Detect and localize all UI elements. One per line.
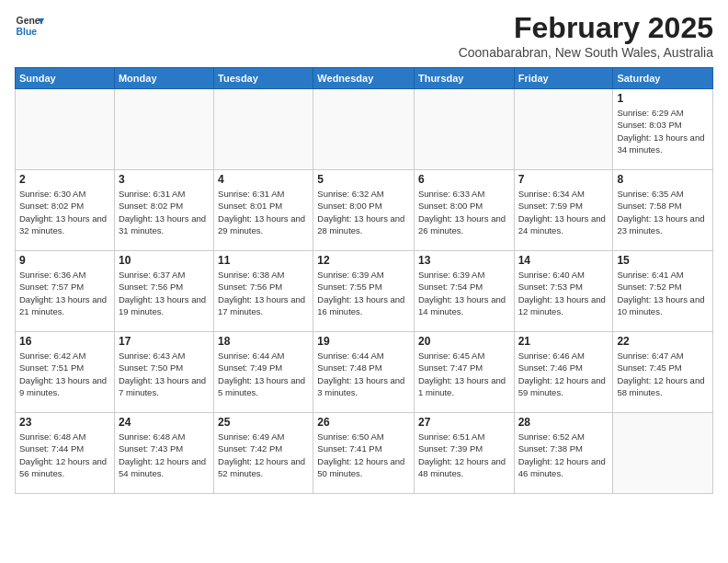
week-row-1: 1Sunrise: 6:29 AM Sunset: 8:03 PM Daylig… [16, 89, 713, 170]
day-number: 23 [19, 416, 110, 429]
calendar-cell: 4Sunrise: 6:31 AM Sunset: 8:01 PM Daylig… [214, 170, 313, 251]
header: General Blue February 2025 Coonabarabran… [15, 11, 713, 60]
calendar-cell: 16Sunrise: 6:42 AM Sunset: 7:51 PM Dayli… [16, 332, 115, 413]
calendar-cell [313, 89, 415, 170]
week-row-3: 9Sunrise: 6:36 AM Sunset: 7:57 PM Daylig… [16, 251, 713, 332]
day-number: 13 [418, 254, 510, 267]
calendar-cell: 12Sunrise: 6:39 AM Sunset: 7:55 PM Dayli… [313, 251, 415, 332]
day-info: Sunrise: 6:51 AM Sunset: 7:39 PM Dayligh… [418, 431, 510, 479]
week-row-4: 16Sunrise: 6:42 AM Sunset: 7:51 PM Dayli… [16, 332, 713, 413]
calendar-cell: 24Sunrise: 6:48 AM Sunset: 7:43 PM Dayli… [114, 413, 213, 494]
day-number: 6 [418, 173, 510, 186]
week-row-2: 2Sunrise: 6:30 AM Sunset: 8:02 PM Daylig… [16, 170, 713, 251]
calendar-cell: 1Sunrise: 6:29 AM Sunset: 8:03 PM Daylig… [613, 89, 713, 170]
day-info: Sunrise: 6:52 AM Sunset: 7:38 PM Dayligh… [518, 431, 609, 479]
day-number: 28 [518, 416, 609, 429]
col-tuesday: Tuesday [214, 68, 313, 89]
calendar-cell: 18Sunrise: 6:44 AM Sunset: 7:49 PM Dayli… [214, 332, 313, 413]
day-info: Sunrise: 6:30 AM Sunset: 8:02 PM Dayligh… [19, 188, 110, 236]
day-info: Sunrise: 6:44 AM Sunset: 7:48 PM Dayligh… [317, 350, 410, 398]
day-number: 22 [617, 335, 709, 348]
day-info: Sunrise: 6:31 AM Sunset: 8:02 PM Dayligh… [119, 188, 210, 236]
col-saturday: Saturday [613, 68, 713, 89]
day-info: Sunrise: 6:36 AM Sunset: 7:57 PM Dayligh… [19, 269, 110, 317]
col-wednesday: Wednesday [313, 68, 415, 89]
calendar-cell: 13Sunrise: 6:39 AM Sunset: 7:54 PM Dayli… [414, 251, 514, 332]
day-info: Sunrise: 6:46 AM Sunset: 7:46 PM Dayligh… [518, 350, 609, 398]
page: General Blue February 2025 Coonabarabran… [0, 0, 728, 563]
day-number: 19 [317, 335, 410, 348]
calendar-cell: 7Sunrise: 6:34 AM Sunset: 7:59 PM Daylig… [514, 170, 613, 251]
day-number: 14 [518, 254, 609, 267]
col-sunday: Sunday [16, 68, 115, 89]
col-thursday: Thursday [414, 68, 514, 89]
day-number: 4 [218, 173, 309, 186]
day-number: 25 [218, 416, 309, 429]
calendar-cell: 26Sunrise: 6:50 AM Sunset: 7:41 PM Dayli… [313, 413, 415, 494]
day-info: Sunrise: 6:31 AM Sunset: 8:01 PM Dayligh… [218, 188, 309, 236]
calendar-cell [114, 89, 213, 170]
calendar-cell: 5Sunrise: 6:32 AM Sunset: 8:00 PM Daylig… [313, 170, 415, 251]
calendar-cell: 22Sunrise: 6:47 AM Sunset: 7:45 PM Dayli… [613, 332, 713, 413]
day-number: 18 [218, 335, 309, 348]
calendar-cell [16, 89, 115, 170]
calendar-cell: 28Sunrise: 6:52 AM Sunset: 7:38 PM Dayli… [514, 413, 613, 494]
day-number: 17 [119, 335, 210, 348]
calendar-cell: 8Sunrise: 6:35 AM Sunset: 7:58 PM Daylig… [613, 170, 713, 251]
day-info: Sunrise: 6:47 AM Sunset: 7:45 PM Dayligh… [617, 350, 709, 398]
day-number: 21 [518, 335, 609, 348]
calendar-cell [214, 89, 313, 170]
calendar-cell: 9Sunrise: 6:36 AM Sunset: 7:57 PM Daylig… [16, 251, 115, 332]
svg-text:Blue: Blue [17, 27, 38, 37]
logo-icon: General Blue [15, 11, 44, 40]
calendar-cell [514, 89, 613, 170]
calendar-cell [613, 413, 713, 494]
day-info: Sunrise: 6:48 AM Sunset: 7:43 PM Dayligh… [119, 431, 210, 479]
day-number: 3 [119, 173, 210, 186]
day-number: 1 [617, 92, 709, 105]
calendar-cell [414, 89, 514, 170]
day-info: Sunrise: 6:50 AM Sunset: 7:41 PM Dayligh… [317, 431, 410, 479]
day-info: Sunrise: 6:49 AM Sunset: 7:42 PM Dayligh… [218, 431, 309, 479]
day-info: Sunrise: 6:44 AM Sunset: 7:49 PM Dayligh… [218, 350, 309, 398]
day-info: Sunrise: 6:33 AM Sunset: 8:00 PM Dayligh… [418, 188, 510, 236]
calendar-cell: 14Sunrise: 6:40 AM Sunset: 7:53 PM Dayli… [514, 251, 613, 332]
day-info: Sunrise: 6:41 AM Sunset: 7:52 PM Dayligh… [617, 269, 709, 317]
day-number: 7 [518, 173, 609, 186]
calendar-cell: 19Sunrise: 6:44 AM Sunset: 7:48 PM Dayli… [313, 332, 415, 413]
calendar-cell: 11Sunrise: 6:38 AM Sunset: 7:56 PM Dayli… [214, 251, 313, 332]
calendar-cell: 6Sunrise: 6:33 AM Sunset: 8:00 PM Daylig… [414, 170, 514, 251]
location: Coonabarabran, New South Wales, Australi… [459, 45, 713, 60]
day-number: 15 [617, 254, 709, 267]
calendar-cell: 21Sunrise: 6:46 AM Sunset: 7:46 PM Dayli… [514, 332, 613, 413]
day-number: 10 [119, 254, 210, 267]
calendar-cell: 23Sunrise: 6:48 AM Sunset: 7:44 PM Dayli… [16, 413, 115, 494]
calendar: Sunday Monday Tuesday Wednesday Thursday… [15, 67, 713, 494]
day-info: Sunrise: 6:34 AM Sunset: 7:59 PM Dayligh… [518, 188, 609, 236]
day-number: 20 [418, 335, 510, 348]
day-number: 8 [617, 173, 709, 186]
day-number: 16 [19, 335, 110, 348]
week-row-5: 23Sunrise: 6:48 AM Sunset: 7:44 PM Dayli… [16, 413, 713, 494]
day-info: Sunrise: 6:37 AM Sunset: 7:56 PM Dayligh… [119, 269, 210, 317]
calendar-header-row: Sunday Monday Tuesday Wednesday Thursday… [16, 68, 713, 89]
day-info: Sunrise: 6:38 AM Sunset: 7:56 PM Dayligh… [218, 269, 309, 317]
title-block: February 2025 Coonabarabran, New South W… [459, 11, 713, 60]
calendar-cell: 17Sunrise: 6:43 AM Sunset: 7:50 PM Dayli… [114, 332, 213, 413]
month-year: February 2025 [459, 11, 713, 45]
day-info: Sunrise: 6:43 AM Sunset: 7:50 PM Dayligh… [119, 350, 210, 398]
day-info: Sunrise: 6:48 AM Sunset: 7:44 PM Dayligh… [19, 431, 110, 479]
logo: General Blue [15, 11, 44, 40]
calendar-cell: 25Sunrise: 6:49 AM Sunset: 7:42 PM Dayli… [214, 413, 313, 494]
day-info: Sunrise: 6:35 AM Sunset: 7:58 PM Dayligh… [617, 188, 709, 236]
calendar-cell: 15Sunrise: 6:41 AM Sunset: 7:52 PM Dayli… [613, 251, 713, 332]
day-info: Sunrise: 6:45 AM Sunset: 7:47 PM Dayligh… [418, 350, 510, 398]
calendar-cell: 20Sunrise: 6:45 AM Sunset: 7:47 PM Dayli… [414, 332, 514, 413]
day-number: 26 [317, 416, 410, 429]
day-info: Sunrise: 6:40 AM Sunset: 7:53 PM Dayligh… [518, 269, 609, 317]
day-number: 5 [317, 173, 410, 186]
day-info: Sunrise: 6:42 AM Sunset: 7:51 PM Dayligh… [19, 350, 110, 398]
day-number: 9 [19, 254, 110, 267]
col-monday: Monday [114, 68, 213, 89]
day-number: 12 [317, 254, 410, 267]
